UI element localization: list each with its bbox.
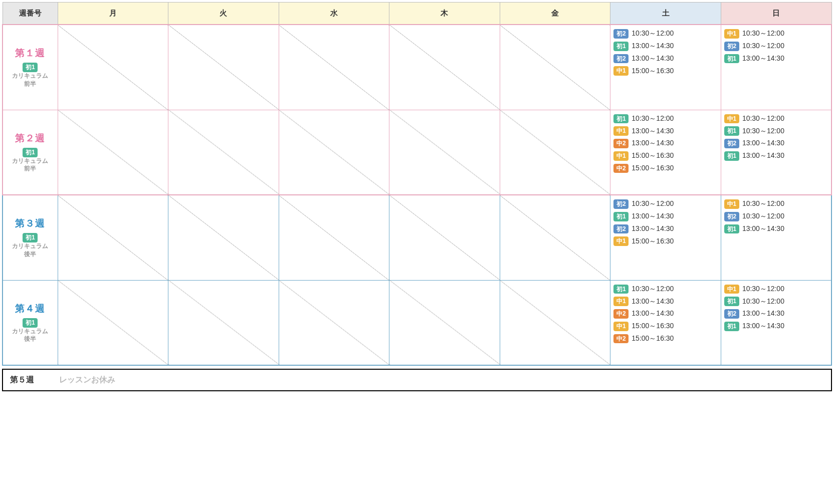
event-time: 10:30～12:00 xyxy=(632,199,674,208)
week-level-badge: 初1 xyxy=(23,148,38,157)
event-time: 15:00～16:30 xyxy=(632,151,674,160)
event-time: 15:00～16:30 xyxy=(632,322,674,331)
empty-day-cell xyxy=(279,195,389,280)
week-row: 第１週初1カリキュラム前半初210:30～12:00初113:00～14:30初… xyxy=(3,25,831,110)
sat-cell: 初210:30～12:00初113:00～14:30初213:00～14:30中… xyxy=(610,25,721,110)
event-list: 初210:30～12:00初113:00～14:30初213:00～14:30中… xyxy=(610,195,721,250)
schedule-event: 中115:00～16:30 xyxy=(613,66,718,76)
schedule-event: 初113:00～14:30 xyxy=(613,42,718,51)
event-time: 10:30～12:00 xyxy=(742,114,784,123)
week-row: 第３週初1カリキュラム後半初210:30～12:00初113:00～14:30初… xyxy=(3,195,831,280)
schedule-event: 中113:00～14:30 xyxy=(613,126,718,136)
empty-day-cell xyxy=(58,195,168,280)
event-time: 13:00～14:30 xyxy=(632,54,674,63)
schedule-event: 中113:00～14:30 xyxy=(613,297,718,306)
header-thu: 木 xyxy=(389,3,500,25)
week-row: 第４週初1カリキュラム後半初110:30～12:00中113:00～14:30中… xyxy=(3,280,831,365)
level-badge: 中1 xyxy=(724,285,739,294)
schedule-event: 初213:00～14:30 xyxy=(724,139,828,148)
empty-day-cell xyxy=(389,25,500,110)
group-second-half: 第３週初1カリキュラム後半初210:30～12:00初113:00～14:30初… xyxy=(3,195,831,365)
schedule-event: 中215:00～16:30 xyxy=(613,164,718,173)
level-badge: 初1 xyxy=(724,151,739,161)
level-badge: 中1 xyxy=(724,114,739,124)
schedule-event: 初210:30～12:00 xyxy=(613,29,718,39)
event-time: 10:30～12:00 xyxy=(632,114,674,123)
week5-title: 第５週 xyxy=(10,375,34,385)
schedule-table: 週番号 月 火 水 木 金 土 日 第１週初1カリキュラム前半初210:30～1… xyxy=(2,2,832,366)
schedule-event: 初110:30～12:00 xyxy=(613,114,718,124)
week-title: 第２週 xyxy=(5,132,56,145)
level-badge: 中1 xyxy=(613,151,629,161)
header-fri: 金 xyxy=(500,3,610,25)
group-first-half: 第１週初1カリキュラム前半初210:30～12:00初113:00～14:30初… xyxy=(3,25,831,195)
level-badge: 初2 xyxy=(724,42,739,51)
empty-day-cell xyxy=(500,280,610,365)
schedule-event: 初113:00～14:30 xyxy=(724,224,828,234)
week-subtext: カリキュラム後半 xyxy=(5,328,56,343)
level-badge: 初1 xyxy=(724,224,739,234)
level-badge: 中1 xyxy=(613,66,629,76)
level-badge: 中1 xyxy=(613,126,629,136)
header-row: 週番号 月 火 水 木 金 土 日 xyxy=(3,3,831,25)
header-sat: 土 xyxy=(610,3,721,25)
week-subtext: カリキュラム前半 xyxy=(5,157,56,173)
empty-day-cell xyxy=(58,280,168,365)
level-badge: 初2 xyxy=(613,29,629,39)
event-list: 中110:30～12:00初110:30～12:00初213:00～14:30初… xyxy=(721,110,831,165)
schedule-event: 中115:00～16:30 xyxy=(613,151,718,161)
empty-day-cell xyxy=(279,25,389,110)
level-badge: 初2 xyxy=(724,139,739,148)
event-time: 13:00～14:30 xyxy=(742,151,784,160)
schedule-event: 初213:00～14:30 xyxy=(613,224,718,234)
level-badge: 初1 xyxy=(613,285,629,294)
empty-day-cell xyxy=(168,110,279,195)
level-badge: 初1 xyxy=(724,322,739,331)
event-time: 13:00～14:30 xyxy=(632,212,674,221)
event-time: 15:00～16:30 xyxy=(632,67,674,76)
event-time: 10:30～12:00 xyxy=(742,297,784,306)
schedule-event: 中110:30～12:00 xyxy=(724,29,828,39)
week-label: 第３週初1カリキュラム後半 xyxy=(3,195,58,280)
header-week-no: 週番号 xyxy=(3,3,58,25)
event-time: 10:30～12:00 xyxy=(742,29,784,38)
sun-cell: 中110:30～12:00初210:30～12:00初113:00～14:30 xyxy=(721,195,831,280)
schedule-event: 初110:30～12:00 xyxy=(724,297,828,306)
event-time: 10:30～12:00 xyxy=(632,285,674,294)
week5-text: レッスンお休み xyxy=(59,375,115,385)
event-time: 13:00～14:30 xyxy=(742,309,784,318)
event-time: 13:00～14:30 xyxy=(632,297,674,306)
level-badge: 中1 xyxy=(613,297,629,306)
week-level-badge: 初1 xyxy=(23,233,38,242)
event-list: 中110:30～12:00初110:30～12:00初213:00～14:30初… xyxy=(721,281,831,335)
event-time: 10:30～12:00 xyxy=(742,127,784,136)
level-badge: 初1 xyxy=(613,114,629,124)
week-label: 第４週初1カリキュラム後半 xyxy=(3,280,58,365)
event-time: 13:00～14:30 xyxy=(632,42,674,51)
week5-row: 第５週 レッスンお休み xyxy=(2,369,832,391)
empty-day-cell xyxy=(168,195,279,280)
empty-day-cell xyxy=(279,110,389,195)
empty-day-cell xyxy=(500,195,610,280)
event-list: 初110:30～12:00中113:00～14:30中213:00～14:30中… xyxy=(610,281,721,348)
level-badge: 初1 xyxy=(724,54,739,64)
sun-cell: 中110:30～12:00初110:30～12:00初213:00～14:30初… xyxy=(721,280,831,365)
sun-cell: 中110:30～12:00初110:30～12:00初213:00～14:30初… xyxy=(721,110,831,195)
week-level-badge: 初1 xyxy=(23,63,38,72)
level-badge: 中1 xyxy=(724,29,739,39)
empty-day-cell xyxy=(389,280,500,365)
schedule-event: 中115:00～16:30 xyxy=(613,322,718,331)
event-list: 初210:30～12:00初113:00～14:30初213:00～14:30中… xyxy=(610,25,721,80)
schedule-event: 初210:30～12:00 xyxy=(724,212,828,221)
event-time: 13:00～14:30 xyxy=(742,54,784,63)
event-time: 10:30～12:00 xyxy=(742,285,784,294)
schedule-event: 初213:00～14:30 xyxy=(613,54,718,64)
schedule-event: 初113:00～14:30 xyxy=(724,322,828,331)
sat-cell: 初210:30～12:00初113:00～14:30初213:00～14:30中… xyxy=(610,195,721,280)
event-time: 13:00～14:30 xyxy=(742,224,784,233)
event-time: 13:00～14:30 xyxy=(632,224,674,233)
schedule-event: 中110:30～12:00 xyxy=(724,114,828,124)
level-badge: 中1 xyxy=(724,199,739,209)
schedule-event: 初113:00～14:30 xyxy=(724,151,828,161)
sun-cell: 中110:30～12:00初210:30～12:00初113:00～14:30 xyxy=(721,25,831,110)
